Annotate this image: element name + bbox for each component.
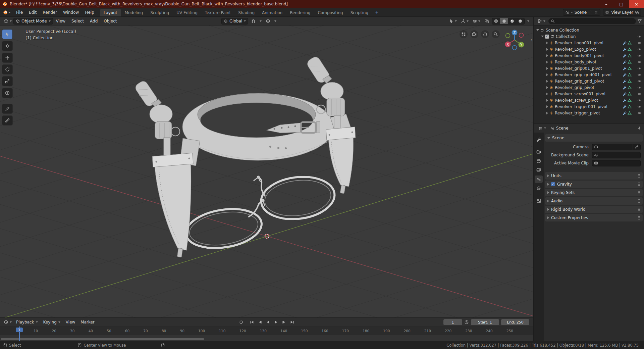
- workspace-tab[interactable]: Modeling: [121, 9, 147, 16]
- new-view-layer-icon[interactable]: [635, 10, 639, 14]
- proportional-editing-button[interactable]: [264, 18, 272, 24]
- viewport-menu-item[interactable]: Object: [101, 19, 120, 23]
- modifier-wrench-icon[interactable]: [623, 73, 627, 77]
- mesh-data-icon[interactable]: [628, 111, 632, 115]
- neg-y-axis-handle[interactable]: [506, 34, 510, 38]
- properties-tab-view-layer[interactable]: [535, 166, 543, 174]
- disclosure-arrow-icon[interactable]: [536, 29, 539, 31]
- outliner-editor-type-button[interactable]: [536, 18, 547, 24]
- modifier-wrench-icon[interactable]: [623, 60, 627, 64]
- background-scene-field[interactable]: [592, 152, 641, 158]
- collapsed-panel-header[interactable]: Custom Properties: [545, 214, 643, 221]
- xray-toggle-button[interactable]: [483, 18, 490, 24]
- properties-tab-scene[interactable]: [535, 176, 543, 183]
- workspace-tab[interactable]: Sculpting: [147, 9, 173, 16]
- workspace-tab[interactable]: Texture Paint: [201, 9, 234, 16]
- disclosure-arrow-icon[interactable]: [546, 42, 548, 44]
- play-button[interactable]: [272, 319, 280, 326]
- disclosure-arrow-icon[interactable]: [546, 67, 548, 70]
- timeline-tracks[interactable]: [0, 335, 533, 341]
- hide-toggle-eye-icon[interactable]: [637, 60, 641, 64]
- scene-selector[interactable]: Scene: [563, 9, 601, 16]
- properties-tab-render[interactable]: [535, 148, 543, 156]
- playhead-badge[interactable]: 1: [16, 328, 23, 332]
- menu-item[interactable]: Edit: [26, 8, 40, 16]
- menu-item[interactable]: Render: [40, 8, 60, 16]
- menu-item[interactable]: File: [13, 8, 26, 16]
- mesh-data-icon[interactable]: [628, 79, 632, 83]
- auto-keyframe-button[interactable]: [237, 319, 245, 326]
- viewport-editor-type-button[interactable]: [2, 18, 13, 24]
- scene-section-header[interactable]: Scene: [545, 134, 643, 142]
- eyedropper-button[interactable]: [633, 144, 639, 150]
- modifier-wrench-icon[interactable]: [623, 92, 627, 96]
- outliner-object-row[interactable]: Revolver_grip_grid001_pivot: [534, 71, 644, 78]
- workspace-tab[interactable]: Scripting: [347, 9, 372, 16]
- mesh-data-icon[interactable]: [628, 73, 632, 77]
- disclosure-arrow-icon[interactable]: [546, 86, 548, 89]
- viewport-3d[interactable]: User Perspective (Local) (1) Collection: [0, 26, 533, 317]
- collapsed-panel-header[interactable]: Keying Sets: [545, 189, 643, 196]
- menu-item[interactable]: Help: [82, 8, 97, 16]
- timeline-menu-item[interactable]: Marker: [78, 320, 97, 325]
- collapsed-panel-header[interactable]: Audio: [545, 197, 643, 205]
- hide-toggle-eye-icon[interactable]: [637, 54, 641, 58]
- move-tool-button[interactable]: [2, 53, 12, 62]
- workspace-tab[interactable]: Shading: [234, 9, 258, 16]
- disclosure-arrow-icon[interactable]: [546, 54, 548, 57]
- outliner-object-row[interactable]: Revolver_Logo_pivot: [534, 46, 644, 52]
- disclosure-arrow-icon[interactable]: [546, 99, 548, 102]
- previous-keyframe-button[interactable]: [256, 319, 264, 326]
- hide-toggle-eye-icon[interactable]: [637, 47, 641, 51]
- outliner-object-row[interactable]: Revolver_body001_pivot: [534, 52, 644, 59]
- modifier-wrench-icon[interactable]: [623, 105, 627, 109]
- snap-toggle-button[interactable]: [250, 18, 257, 24]
- hide-toggle-eye-icon[interactable]: [637, 111, 641, 115]
- shading-options-button[interactable]: [526, 18, 531, 24]
- orthographic-toggle-button[interactable]: [460, 30, 468, 38]
- workspace-tab[interactable]: Compositing: [314, 9, 346, 16]
- rendered-shading-button[interactable]: [516, 18, 524, 24]
- mode-selector[interactable]: Object Mode: [13, 18, 53, 24]
- unlink-scene-icon[interactable]: [594, 10, 598, 14]
- hide-toggle-eye-icon[interactable]: [637, 79, 641, 83]
- workspace-tab[interactable]: Animation: [258, 9, 286, 16]
- transform-orientation-selector[interactable]: Global: [221, 18, 248, 24]
- drag-handle-icon[interactable]: [638, 182, 640, 186]
- view-layer-selector[interactable]: View Layer: [603, 9, 641, 16]
- modifier-wrench-icon[interactable]: [623, 86, 627, 90]
- mesh-data-icon[interactable]: [628, 66, 632, 70]
- collection-checkbox[interactable]: [545, 35, 549, 39]
- disclosure-arrow-icon[interactable]: [546, 112, 548, 114]
- annotate-tool-button[interactable]: [2, 104, 12, 113]
- outliner-object-row[interactable]: Revolver_body_pivot: [534, 59, 644, 65]
- outliner-search[interactable]: [548, 18, 636, 24]
- modifier-wrench-icon[interactable]: [623, 54, 627, 58]
- minimize-button[interactable]: –: [599, 0, 614, 8]
- viewport-menu-item[interactable]: Add: [87, 19, 101, 23]
- material-shading-button[interactable]: [508, 18, 516, 24]
- disclosure-arrow-icon[interactable]: [546, 73, 548, 76]
- workspace-tab[interactable]: Rendering: [286, 9, 314, 16]
- active-movie-clip-field[interactable]: [592, 160, 641, 166]
- box-select-tool-button[interactable]: [2, 30, 12, 39]
- rotate-tool-button[interactable]: [2, 65, 12, 74]
- mesh-data-icon[interactable]: [628, 47, 632, 51]
- outliner-object-row[interactable]: Revolver_grip_pivot: [534, 84, 644, 91]
- outliner-object-row[interactable]: Revolver_Logo001_pivot: [534, 40, 644, 46]
- modifier-wrench-icon[interactable]: [623, 98, 627, 102]
- hide-toggle-eye-icon[interactable]: [637, 41, 641, 45]
- frame-start-field[interactable]: Start:1: [471, 319, 499, 325]
- outliner-row-scene-collection[interactable]: Scene Collection: [534, 27, 644, 33]
- current-frame-field[interactable]: 1: [443, 319, 462, 325]
- outliner-search-input[interactable]: [556, 19, 634, 23]
- neg-z-axis-handle[interactable]: [513, 46, 517, 50]
- outliner-object-row[interactable]: Revolver_grip001_pivot: [534, 65, 644, 71]
- mesh-data-icon[interactable]: [628, 105, 632, 109]
- object-type-visibility-button[interactable]: [448, 18, 458, 24]
- mesh-data-icon[interactable]: [628, 60, 632, 64]
- timeline-scrollbar[interactable]: [1, 338, 204, 340]
- new-scene-icon[interactable]: [588, 10, 592, 14]
- maximize-button[interactable]: □: [614, 0, 629, 8]
- hide-toggle-eye-icon[interactable]: [637, 86, 641, 90]
